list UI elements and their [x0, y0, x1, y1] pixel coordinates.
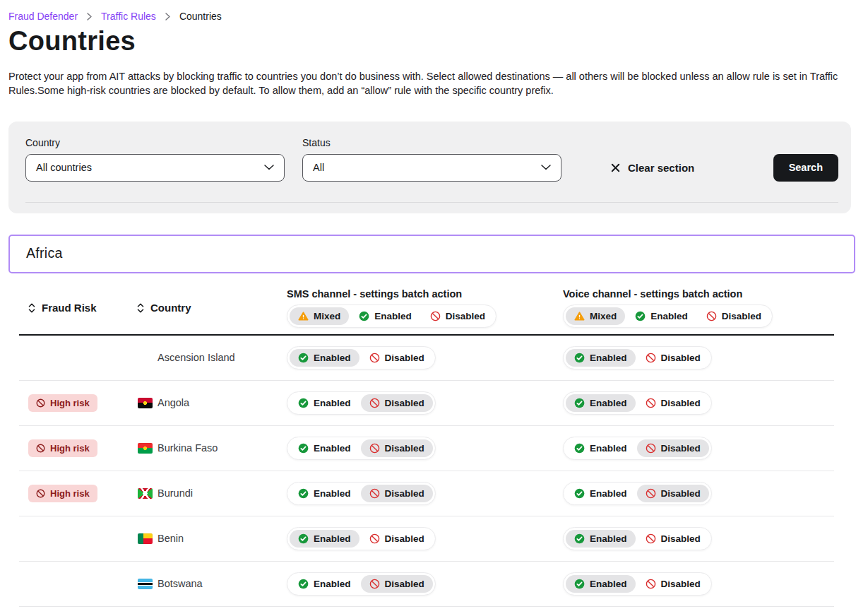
- sms-disabled-option[interactable]: Disabled: [361, 530, 433, 548]
- sort-icon: [28, 303, 35, 313]
- table-header: Fraud Risk Country SMS channel - setting…: [19, 288, 834, 336]
- sms-batch-header: SMS channel - settings batch action Mixe…: [287, 288, 563, 328]
- ban-circle-icon: [646, 398, 656, 408]
- pill-label: Enabled: [590, 579, 627, 589]
- voice-enabled-option[interactable]: Enabled: [566, 439, 636, 457]
- voice-cell: Enabled Disabled: [563, 482, 834, 505]
- sort-country[interactable]: Country: [137, 302, 191, 314]
- voice-enabled-option[interactable]: Enabled: [566, 575, 636, 593]
- country-name: Burkina Faso: [157, 442, 218, 454]
- sms-toggle-group: Enabled Disabled: [287, 437, 436, 460]
- filter-divider: [25, 202, 838, 203]
- sms-disabled-option[interactable]: Disabled: [361, 439, 433, 457]
- check-circle-icon: [574, 353, 585, 363]
- breadcrumb-traffic-rules[interactable]: Traffic Rules: [101, 11, 156, 22]
- breadcrumb-countries: Countries: [179, 11, 222, 22]
- filter-card: Country All countries Status All Clear s…: [8, 122, 851, 213]
- search-button[interactable]: Search: [773, 154, 838, 182]
- country-cell: Angola: [137, 397, 287, 408]
- chevron-down-icon: [541, 165, 551, 170]
- table-row: High risk Burundi Enabled Disabled: [19, 471, 834, 516]
- sms-batch-disabled-option[interactable]: Disabled: [422, 307, 494, 325]
- country-header-label: Country: [150, 302, 191, 314]
- high-risk-badge: High risk: [28, 485, 97, 502]
- country-filter-value: All countries: [36, 162, 92, 173]
- sms-enabled-option[interactable]: Enabled: [290, 575, 359, 593]
- fraud-risk-cell: High risk: [19, 439, 137, 457]
- pill-label: Disabled: [722, 311, 761, 321]
- page-description: Protect your app from AIT attacks by blo…: [0, 57, 868, 97]
- chevron-down-icon: [264, 165, 274, 170]
- voice-enabled-option[interactable]: Enabled: [566, 349, 636, 367]
- voice-batch-header: Voice channel - settings batch action Mi…: [563, 288, 834, 328]
- breadcrumb-fraud-defender[interactable]: Fraud Defender: [8, 11, 78, 22]
- pill-label: Mixed: [590, 311, 617, 321]
- sms-batch-enabled-option[interactable]: Enabled: [350, 307, 420, 325]
- voice-batch-group: Mixed Enabled Disabled: [563, 304, 773, 328]
- country-name: Botswana: [157, 578, 203, 589]
- sms-batch-label: SMS channel - settings batch action: [287, 288, 563, 300]
- clear-section-label: Clear section: [628, 162, 694, 174]
- sms-cell: Enabled Disabled: [287, 437, 563, 460]
- voice-batch-enabled-option[interactable]: Enabled: [626, 307, 696, 325]
- pill-label: Enabled: [590, 488, 627, 499]
- pill-label: Enabled: [590, 398, 627, 408]
- sms-enabled-option[interactable]: Enabled: [290, 439, 359, 457]
- country-cell: Ascension Island: [137, 352, 287, 363]
- warning-triangle-icon: [298, 311, 309, 321]
- country-cell: Burundi: [137, 487, 287, 499]
- check-circle-icon: [574, 398, 585, 408]
- sms-enabled-option[interactable]: Enabled: [290, 485, 359, 502]
- ban-circle-icon: [706, 311, 717, 321]
- country-flag: [138, 398, 153, 408]
- sms-disabled-option[interactable]: Disabled: [361, 485, 433, 502]
- high-risk-badge: High risk: [28, 394, 97, 412]
- high-risk-label: High risk: [50, 443, 90, 454]
- pill-label: Enabled: [314, 488, 351, 499]
- voice-disabled-option[interactable]: Disabled: [637, 349, 709, 367]
- voice-enabled-option[interactable]: Enabled: [566, 485, 636, 502]
- voice-disabled-option[interactable]: Disabled: [637, 394, 709, 412]
- sms-enabled-option[interactable]: Enabled: [290, 394, 359, 412]
- voice-batch-disabled-option[interactable]: Disabled: [698, 307, 770, 325]
- sms-enabled-option[interactable]: Enabled: [290, 349, 359, 367]
- voice-disabled-option[interactable]: Disabled: [637, 575, 709, 593]
- status-filter-value: All: [313, 162, 324, 173]
- voice-cell: Enabled Disabled: [563, 527, 834, 550]
- voice-enabled-option[interactable]: Enabled: [566, 394, 636, 412]
- voice-disabled-option[interactable]: Disabled: [637, 530, 709, 548]
- region-section-africa[interactable]: Africa: [8, 235, 855, 273]
- check-circle-icon: [298, 533, 309, 544]
- voice-batch-mixed-option[interactable]: Mixed: [566, 307, 625, 325]
- pill-label: Enabled: [374, 311, 412, 321]
- sms-enabled-option[interactable]: Enabled: [290, 530, 359, 548]
- sms-disabled-option[interactable]: Disabled: [361, 575, 433, 593]
- sms-cell: Enabled Disabled: [287, 391, 563, 415]
- status-filter-select[interactable]: All: [302, 154, 561, 182]
- voice-disabled-option[interactable]: Disabled: [637, 439, 709, 457]
- ban-circle-icon: [646, 579, 656, 589]
- pill-label: Disabled: [385, 398, 424, 408]
- pill-label: Disabled: [385, 443, 424, 454]
- ban-circle-icon: [646, 443, 656, 454]
- sort-fraud-risk[interactable]: Fraud Risk: [19, 302, 97, 314]
- sms-disabled-option[interactable]: Disabled: [361, 349, 433, 367]
- sms-cell: Enabled Disabled: [287, 346, 563, 369]
- voice-toggle-group: Enabled Disabled: [563, 346, 712, 369]
- fraud-risk-cell: High risk: [19, 394, 137, 412]
- check-circle-icon: [574, 443, 585, 454]
- country-filter-label: Country: [25, 137, 285, 148]
- sms-toggle-group: Enabled Disabled: [287, 482, 436, 505]
- table-row: Ascension Island Enabled Disabled: [19, 336, 834, 381]
- clear-section-button[interactable]: Clear section: [611, 154, 694, 182]
- voice-disabled-option[interactable]: Disabled: [637, 485, 709, 502]
- country-cell: Botswana: [137, 578, 287, 589]
- voice-cell: Enabled Disabled: [563, 391, 834, 415]
- sms-disabled-option[interactable]: Disabled: [361, 394, 433, 412]
- pill-label: Enabled: [314, 353, 351, 363]
- pill-label: Enabled: [590, 353, 627, 363]
- country-filter-select[interactable]: All countries: [25, 154, 285, 182]
- voice-enabled-option[interactable]: Enabled: [566, 530, 636, 548]
- sms-batch-mixed-option[interactable]: Mixed: [290, 307, 349, 325]
- ban-circle-icon: [369, 353, 380, 363]
